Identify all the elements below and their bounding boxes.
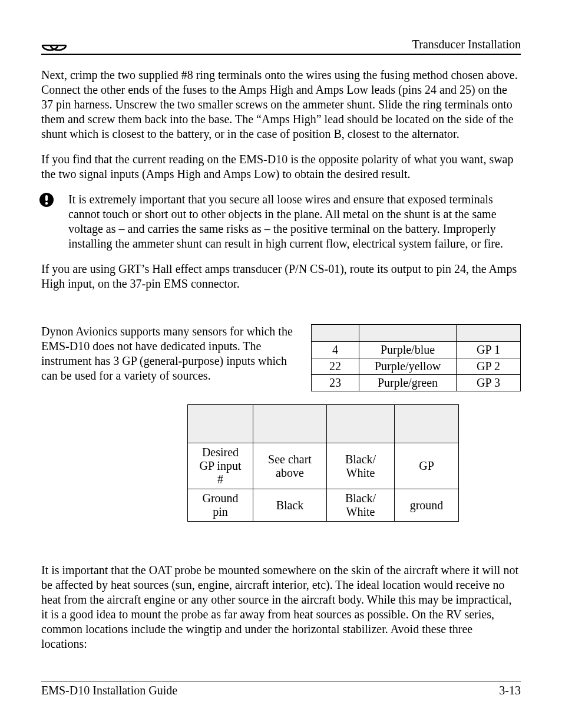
page-footer: EMS-D10 Installation Guide 3-13	[41, 681, 521, 697]
footer-page-number: 3-13	[499, 684, 521, 697]
caution-text: It is extremely important that you secur…	[66, 192, 521, 251]
footer-doc-title: EMS-D10 Installation Guide	[41, 684, 177, 697]
page-header: Transducer Installation	[41, 38, 521, 55]
cell: Black/ White	[327, 443, 395, 489]
table-row: Desired GP input # See chart above Black…	[188, 443, 459, 489]
cell: Black	[253, 489, 327, 522]
table-header	[188, 405, 253, 443]
page: Transducer Installation Next, crimp the …	[0, 0, 562, 728]
table-header-row	[188, 405, 459, 443]
paragraph: Dynon Avionics supports many sensors for…	[41, 324, 297, 383]
cell: GP 3	[457, 375, 521, 391]
cell: Purple/blue	[359, 342, 457, 358]
table-header	[327, 405, 395, 443]
cell: See chart above	[253, 443, 327, 489]
table-row: 22 Purple/yellow GP 2	[312, 358, 521, 375]
dynon-logo-icon	[41, 39, 67, 51]
cell: 4	[312, 342, 359, 358]
cell: ground	[395, 489, 459, 522]
svg-rect-2	[41, 39, 67, 45]
gp-wire-table: Desired GP input # See chart above Black…	[187, 404, 459, 522]
gp-inputs-row: Dynon Avionics supports many sensors for…	[41, 324, 521, 391]
caution-icon	[39, 192, 66, 207]
cell: Desired GP input #	[188, 443, 253, 489]
header-section-title: Transducer Installation	[412, 38, 521, 51]
cell: Black/ White	[327, 489, 395, 522]
cell: 22	[312, 358, 359, 375]
table-header	[457, 325, 521, 342]
table-header	[253, 405, 327, 443]
gp-pin-table: 4 Purple/blue GP 1 22 Purple/yellow GP 2…	[311, 324, 521, 391]
cell: Ground pin	[188, 489, 253, 522]
table-header	[359, 325, 457, 342]
table-header	[395, 405, 459, 443]
svg-point-6	[45, 202, 48, 205]
paragraph: Next, crimp the two supplied #8 ring ter…	[41, 68, 521, 141]
cell: GP	[395, 443, 459, 489]
cell: GP 1	[457, 342, 521, 358]
spacer	[41, 302, 521, 322]
spacer	[41, 539, 521, 563]
table-row: 23 Purple/green GP 3	[312, 375, 521, 391]
cell: GP 2	[457, 358, 521, 375]
gp-wire-table-wrap: Desired GP input # See chart above Black…	[41, 404, 459, 522]
table-header-row	[312, 325, 521, 342]
paragraph: It is important that the OAT probe be mo…	[41, 563, 521, 651]
cell: Purple/yellow	[359, 358, 457, 375]
gp-pin-table-wrap: 4 Purple/blue GP 1 22 Purple/yellow GP 2…	[311, 324, 521, 391]
svg-rect-5	[45, 195, 48, 201]
table-row: 4 Purple/blue GP 1	[312, 342, 521, 358]
paragraph: If you find that the current reading on …	[41, 152, 521, 182]
cell: Purple/green	[359, 375, 457, 391]
table-header	[312, 325, 359, 342]
cell: 23	[312, 375, 359, 391]
paragraph: If you are using GRT’s Hall effect amps …	[41, 262, 521, 291]
caution-note: It is extremely important that you secur…	[41, 192, 521, 251]
table-row: Ground pin Black Black/ White ground	[188, 489, 459, 522]
